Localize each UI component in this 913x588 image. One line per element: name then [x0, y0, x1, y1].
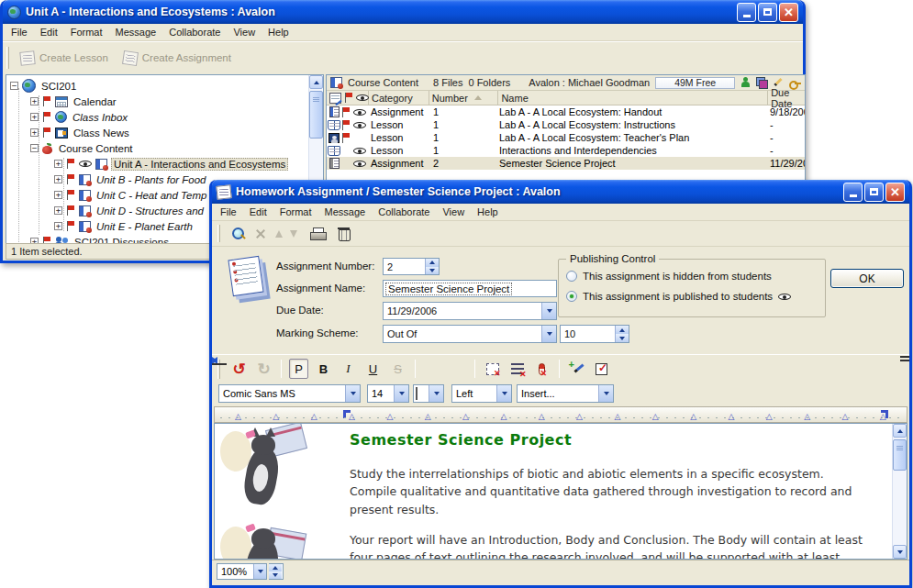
- menu-format[interactable]: Format: [64, 25, 109, 39]
- tree-item-course-content[interactable]: − Course Content: [10, 140, 306, 156]
- table-row[interactable]: Lesson 1 Interactions and Interdependenc…: [327, 144, 805, 157]
- italic-button[interactable]: I: [339, 359, 358, 379]
- chevron-down-icon[interactable]: [394, 385, 408, 402]
- previous-item-icon[interactable]: [275, 230, 283, 238]
- review-button[interactable]: [592, 359, 611, 379]
- column-header-name[interactable]: Name: [498, 91, 768, 105]
- expand-icon[interactable]: +: [54, 191, 62, 199]
- collapse-icon[interactable]: −: [30, 144, 39, 152]
- table-row[interactable]: Assignment 1 Lab A - A Local Ecosystem: …: [327, 105, 805, 118]
- published-option[interactable]: This assignment is published to students: [566, 291, 791, 302]
- editor-scrollbar[interactable]: [892, 424, 907, 559]
- column-header-due-date[interactable]: Due Date: [768, 91, 805, 105]
- undo-button[interactable]: ↺: [229, 359, 249, 379]
- table-row[interactable]: Lesson 1 Lab A - A Local Ecosystem: Teac…: [327, 131, 805, 144]
- close-button[interactable]: ✕: [885, 183, 905, 202]
- minimize-button[interactable]: [737, 3, 756, 22]
- menu-collaborate[interactable]: Collaborate: [372, 205, 436, 219]
- spinner-buttons[interactable]: [269, 564, 282, 579]
- zoom-stepper[interactable]: [269, 563, 284, 580]
- tools-icon[interactable]: [253, 227, 268, 240]
- edit-icon[interactable]: [773, 77, 784, 88]
- delete-icon[interactable]: [339, 227, 350, 240]
- scrollbar-thumb[interactable]: [309, 91, 323, 139]
- maximize-button[interactable]: [758, 3, 777, 22]
- expand-icon[interactable]: +: [54, 222, 62, 230]
- create-assignment-button[interactable]: Create Assignment: [116, 49, 239, 68]
- next-item-icon[interactable]: [290, 230, 297, 238]
- menu-edit[interactable]: Edit: [243, 205, 273, 219]
- assignment-name-field[interactable]: Semester Science Project: [383, 280, 557, 297]
- hidden-option[interactable]: This assignment is hidden from students: [566, 271, 772, 282]
- expand-icon[interactable]: +: [30, 113, 39, 121]
- menu-help[interactable]: Help: [471, 205, 505, 219]
- radio-unselected-icon[interactable]: [566, 271, 577, 282]
- remove-field-button[interactable]: [532, 359, 551, 379]
- scroll-up-button[interactable]: [893, 424, 907, 438]
- redo-button[interactable]: ↻: [254, 359, 273, 379]
- user-status-icon[interactable]: [740, 77, 751, 88]
- expand-icon[interactable]: +: [30, 128, 39, 137]
- menu-message[interactable]: Message: [318, 205, 373, 219]
- font-size-select[interactable]: 14: [367, 384, 409, 403]
- column-header-number[interactable]: Number: [429, 91, 499, 105]
- copy-icon[interactable]: [756, 77, 767, 88]
- scroll-up-button[interactable]: [309, 75, 323, 89]
- collapse-icon[interactable]: −: [10, 82, 18, 90]
- minimize-button[interactable]: [843, 183, 863, 202]
- insert-select[interactable]: Insert...: [517, 384, 614, 403]
- maximize-button[interactable]: [864, 183, 884, 202]
- text-color-select[interactable]: [413, 384, 444, 403]
- menu-help[interactable]: Help: [262, 25, 295, 39]
- permissions-icon[interactable]: [789, 77, 801, 88]
- menu-format[interactable]: Format: [273, 205, 318, 219]
- bold-button[interactable]: B: [314, 359, 333, 379]
- menu-view[interactable]: View: [436, 205, 471, 219]
- chevron-down-icon[interactable]: [541, 303, 556, 319]
- chevron-down-icon[interactable]: [598, 385, 613, 402]
- zoom-select[interactable]: 100%: [217, 563, 267, 580]
- close-button[interactable]: ✕: [779, 3, 798, 22]
- tree-item-sci201[interactable]: − SCI201: [10, 78, 306, 94]
- outdent-button[interactable]: [448, 359, 467, 379]
- chevron-down-icon[interactable]: [496, 385, 511, 402]
- underline-button[interactable]: U: [363, 359, 383, 379]
- chevron-down-icon[interactable]: [253, 564, 266, 579]
- menu-file[interactable]: File: [5, 25, 34, 39]
- menu-collaborate[interactable]: Collaborate: [162, 25, 227, 39]
- alignment-select[interactable]: Left: [451, 384, 512, 403]
- print-icon[interactable]: [310, 227, 326, 240]
- chevron-down-icon[interactable]: [541, 326, 556, 342]
- chevron-down-icon[interactable]: [429, 385, 443, 402]
- spinner-buttons[interactable]: [615, 326, 629, 342]
- due-date-select[interactable]: 11/29/2006: [383, 302, 557, 320]
- table-row-selected[interactable]: Assignment 2 Semester Science Project 11…: [327, 157, 805, 170]
- expand-icon[interactable]: +: [54, 160, 62, 168]
- menu-file[interactable]: File: [214, 205, 243, 219]
- column-header-category[interactable]: Category: [369, 91, 429, 105]
- remove-frame-button[interactable]: [483, 359, 502, 379]
- paragraph-style-button[interactable]: P: [289, 359, 308, 379]
- menu-message[interactable]: Message: [109, 25, 163, 39]
- create-lesson-button[interactable]: Create Lesson: [13, 49, 116, 68]
- expand-icon[interactable]: +: [54, 175, 62, 183]
- radio-selected-icon[interactable]: [566, 291, 577, 302]
- tree-item-class-inbox[interactable]: + Class Inbox: [10, 109, 306, 125]
- table-row[interactable]: Lesson 1 Lab A - A Local Ecosystem: Inst…: [327, 118, 805, 131]
- ruler[interactable]: △△△△△△△△△△△△△△△△△△: [214, 406, 907, 423]
- expand-icon[interactable]: +: [30, 97, 39, 105]
- scroll-down-button[interactable]: [893, 545, 907, 559]
- spellcheck-button[interactable]: [567, 359, 586, 379]
- remove-list-button[interactable]: [507, 359, 527, 379]
- ok-button[interactable]: OK: [830, 269, 904, 288]
- expand-icon[interactable]: +: [54, 206, 62, 215]
- search-icon[interactable]: [231, 227, 246, 241]
- spinner-buttons[interactable]: [425, 259, 439, 274]
- indent-button[interactable]: [423, 359, 442, 379]
- chevron-down-icon[interactable]: [345, 385, 360, 402]
- tree-item-class-news[interactable]: + Class News: [10, 125, 306, 140]
- scrollbar-thumb[interactable]: [893, 439, 907, 471]
- editor-area[interactable]: Semester Science Project Study the inter…: [214, 423, 907, 560]
- menu-edit[interactable]: Edit: [34, 25, 64, 39]
- font-select[interactable]: Comic Sans MS: [218, 384, 361, 403]
